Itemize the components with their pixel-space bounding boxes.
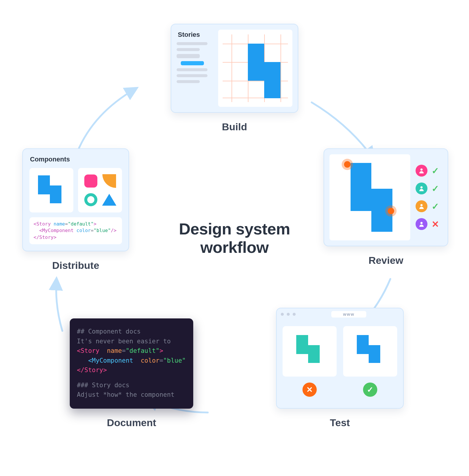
check-icon: ✓ — [432, 183, 439, 194]
avatar-icon — [416, 165, 427, 177]
svg-point-3 — [420, 222, 422, 224]
square-icon — [83, 173, 98, 188]
check-icon: ✓ — [432, 201, 439, 212]
skeleton-line — [177, 74, 207, 77]
distribute-code-snippet: <Story name="default"> <MyComponent colo… — [29, 217, 122, 244]
cross-icon: ✕ — [432, 219, 439, 229]
fail-icon: ✕ — [302, 383, 317, 397]
doc-heading: ## Component docs — [77, 327, 186, 337]
build-panel: Stories — [171, 24, 298, 113]
node-build: Stories — [171, 24, 298, 133]
review-label: Review — [324, 255, 448, 266]
variant-card — [283, 326, 337, 377]
skeleton-line — [177, 80, 200, 83]
variant-card — [343, 326, 397, 377]
svg-point-0 — [420, 169, 422, 171]
title-line-2: workflow — [200, 238, 269, 256]
reviewer-row: ✕ — [416, 218, 442, 230]
doc-heading-2: ### Story docs — [77, 380, 186, 390]
review-canvas — [329, 154, 410, 240]
distribute-panel: Components — [22, 148, 129, 251]
doc-code-line: <MyComponent color="blue" — [77, 356, 186, 366]
svg-point-2 — [420, 204, 422, 206]
diagram-title: Design system workflow — [179, 220, 290, 256]
build-sidebar-title: Stories — [178, 31, 215, 39]
component-card — [78, 168, 122, 212]
node-distribute: Components — [22, 148, 129, 271]
test-variants — [277, 320, 403, 383]
node-document: ## Component docs It's never been easier… — [70, 318, 193, 429]
avatar-icon — [416, 183, 427, 194]
browser-toolbar: www — [277, 308, 403, 320]
build-label: Build — [171, 121, 298, 133]
reviewer-row: ✓ — [416, 165, 442, 177]
title-line-1: Design system — [179, 220, 290, 238]
pass-icon: ✓ — [363, 383, 377, 397]
component-card — [29, 168, 73, 212]
quarter-circle-icon — [102, 173, 117, 188]
avatar-icon — [416, 218, 427, 230]
doc-intro: It's never been easier to — [77, 337, 186, 346]
check-icon: ✓ — [432, 166, 439, 176]
reviewer-list: ✓ ✓ ✓ ✕ — [416, 154, 442, 240]
build-sidebar: Stories — [177, 30, 215, 107]
review-panel: ✓ ✓ ✓ ✕ — [324, 148, 448, 246]
window-dot-icon — [287, 313, 290, 316]
reviewer-row: ✓ — [416, 200, 442, 212]
skeleton-line — [177, 48, 200, 51]
node-review: ✓ ✓ ✓ ✕ Review — [324, 148, 448, 266]
triangle-icon — [102, 192, 117, 207]
build-canvas — [218, 30, 292, 107]
ring-icon — [83, 192, 98, 207]
document-code-panel: ## Component docs It's never been easier… — [70, 318, 193, 409]
doc-outro: Adjust *how* the component — [77, 390, 186, 400]
skeleton-line-active — [181, 61, 204, 65]
avatar-icon — [416, 200, 427, 212]
address-bar: www — [331, 311, 367, 318]
svg-point-1 — [420, 186, 422, 188]
skeleton-line — [177, 68, 207, 71]
node-test: www ✕ — [276, 308, 404, 429]
test-panel: www ✕ — [276, 308, 404, 409]
window-dot-icon — [281, 313, 284, 316]
doc-code-line: <Story name="default"> — [77, 346, 186, 356]
skeleton-line — [177, 42, 207, 45]
review-marker-icon — [344, 161, 351, 168]
workflow-diagram: Design system workflow Stories — [0, 0, 469, 476]
test-label: Test — [276, 417, 404, 429]
window-dot-icon — [293, 313, 296, 316]
document-label: Document — [70, 417, 193, 429]
component-shape-icon — [264, 62, 281, 98]
skeleton-line — [177, 54, 200, 58]
doc-code-line: </Story> — [77, 365, 186, 375]
reviewer-row: ✓ — [416, 183, 442, 194]
review-marker-icon — [388, 208, 394, 214]
distribute-label: Distribute — [22, 260, 129, 271]
distribute-heading: Components — [30, 156, 122, 163]
